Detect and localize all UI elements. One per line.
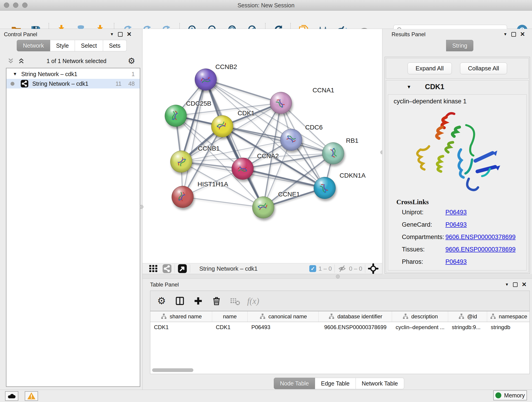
close-panel-icon[interactable]: ✕ [127,31,132,38]
crosslink-link[interactable]: 9606.ENSP00000378699 [445,234,515,240]
maximize-results-icon[interactable] [511,32,516,37]
edge-HIST1H1A-CCNE1[interactable] [183,197,263,207]
node-RB1[interactable] [322,142,344,164]
network-options-gear-icon[interactable]: ⚙ [128,57,135,65]
network-status-dot [11,82,14,86]
table-row[interactable]: CDK1CDK1P064939606.ENSP00000378699cyclin… [150,322,530,332]
grid-view-icon[interactable] [148,264,158,274]
current-network-title: String Network – cdk1 [199,265,258,272]
node-label-CDC25B: CDC25B [186,100,211,107]
table-cell[interactable]: cyclin–dependent ... [392,322,448,332]
close-table-icon[interactable]: ✕ [522,281,527,288]
network-view-icon[interactable] [162,264,172,274]
tab-network-table[interactable]: Network Table [356,378,404,389]
column-header-canonicalname[interactable]: canonical name [248,311,319,322]
table-cell[interactable]: CDK1 [212,322,248,332]
hidden-eye-slash-icon [337,264,347,273]
protein-ribbon-thumb [273,96,288,109]
column-header-id[interactable]: @id [448,311,487,322]
float-results-icon[interactable]: ▼ [503,32,507,37]
title-bar: Session: New Session [0,0,532,11]
results-panel: Results Panel ▼ ✕ String Expand All Coll… [382,29,532,274]
tab-string[interactable]: String [446,40,473,51]
show-columns-icon[interactable] [174,295,186,307]
gene-description: cyclin–dependent kinase 1 [394,98,467,105]
detach-view-icon[interactable] [177,264,187,274]
tab-sets[interactable]: Sets [103,40,127,51]
window-title: Session: New Session [0,2,532,9]
table-cell[interactable]: CDK1 [150,322,212,332]
column-header-name[interactable]: name [212,311,248,322]
node-CDC25B[interactable] [165,105,187,127]
delete-column-icon[interactable] [210,295,223,307]
tab-network[interactable]: Network [17,40,50,51]
warnings-button[interactable] [25,391,38,401]
node-CDKN1A[interactable] [314,177,336,199]
node-CCNA2[interactable] [232,158,254,180]
crosslink-row: Compartments:9606.ENSP00000378699 [402,234,526,246]
float-table-icon[interactable]: ▼ [505,282,509,287]
table-options-gear-icon[interactable]: ⚙ [155,295,168,307]
node-HIST1H1A[interactable] [172,186,194,208]
node-label-CCNE1: CCNE1 [278,191,300,198]
network-row[interactable]: String Network – cdk1 11 48 [6,79,140,89]
bottom-divider-handle[interactable] [336,274,340,279]
left-divider-handle[interactable] [139,205,143,209]
maximize-panel-icon[interactable] [118,32,123,37]
edge-CCNA2-CDKN1A[interactable] [243,169,325,188]
selected-checkbox-icon[interactable]: ✓ [309,265,316,272]
column-header-sharedname[interactable]: shared name [150,311,212,322]
network-collection-row[interactable]: ▼ String Network – cdk1 1 [6,69,140,79]
maximize-table-icon[interactable] [513,282,518,287]
close-results-icon[interactable]: ✕ [520,31,525,38]
crosslink-link[interactable]: P06493 [445,221,467,228]
crosslink-link[interactable]: P06493 [445,209,467,216]
edge-CCNB2-CCNE1[interactable] [206,80,263,207]
fit-content-crosshair-icon[interactable] [368,263,379,274]
table-horizontal-scrollbar[interactable] [152,368,193,372]
column-header-description[interactable]: description [392,311,448,322]
edge-CCNB2-CCNA1[interactable] [206,80,281,103]
tab-select[interactable]: Select [75,40,103,51]
float-panel-icon[interactable]: ▼ [110,32,114,37]
function-builder-icon[interactable]: f(x) [247,295,259,307]
table-cell[interactable]: stringdb [487,322,530,332]
add-column-icon[interactable] [192,295,204,307]
expand-all-button[interactable]: Expand All [408,63,452,74]
table-cell[interactable]: P06493 [248,322,319,332]
crosslink-label: Uniprot: [402,209,445,216]
table-cell[interactable]: 9606.ENSP00000378699 [319,322,392,332]
collapse-all-button[interactable]: Collapse All [460,63,507,74]
network-edge-count: 48 [128,80,135,87]
node-label-CDK1: CDK1 [238,109,255,117]
crosslink-link[interactable]: 9606.ENSP00000378699 [445,246,515,253]
table-cell[interactable]: stringdb:9... [448,322,487,332]
crosslink-link[interactable]: P06493 [445,258,467,265]
tab-edge-table[interactable]: Edge Table [315,378,356,389]
card-expander-icon[interactable]: ▼ [407,84,411,89]
node-CCNB2[interactable] [195,69,217,90]
cloud-button[interactable] [5,391,18,401]
expand-all-icon[interactable] [17,57,25,65]
memory-button[interactable]: Memory [493,390,527,400]
protein-structure-image [406,107,507,196]
gene-name: CDK1 [425,83,444,91]
tab-style[interactable]: Style [50,40,75,51]
column-header-databaseidentifier[interactable]: database identifier [319,311,392,322]
network-edges [143,29,382,263]
protein-ribbon-thumb [317,181,332,195]
column-header-namespace[interactable]: namespace [487,311,530,322]
delete-table-icon[interactable] [229,295,241,307]
node-label-CCNB2: CCNB2 [215,63,237,70]
network-canvas[interactable]: CCNB2CCNA1CDC25BCDK1CDC6RB1CCNB1CCNA2CDK… [143,29,382,263]
node-CDC6[interactable] [280,129,302,151]
collection-expander-icon[interactable]: ▼ [13,71,17,77]
node-CCNE1[interactable] [252,196,274,218]
node-CCNA1[interactable] [270,92,292,114]
collapse-all-icon[interactable] [7,57,15,65]
node-label-CCNA1: CCNA1 [312,87,334,94]
node-CDK1[interactable] [211,115,233,137]
node-CCNB1[interactable] [170,151,192,172]
edge-CCNB2-HIST1H1A[interactable] [183,80,206,197]
tab-node-table[interactable]: Node Table [274,378,315,389]
